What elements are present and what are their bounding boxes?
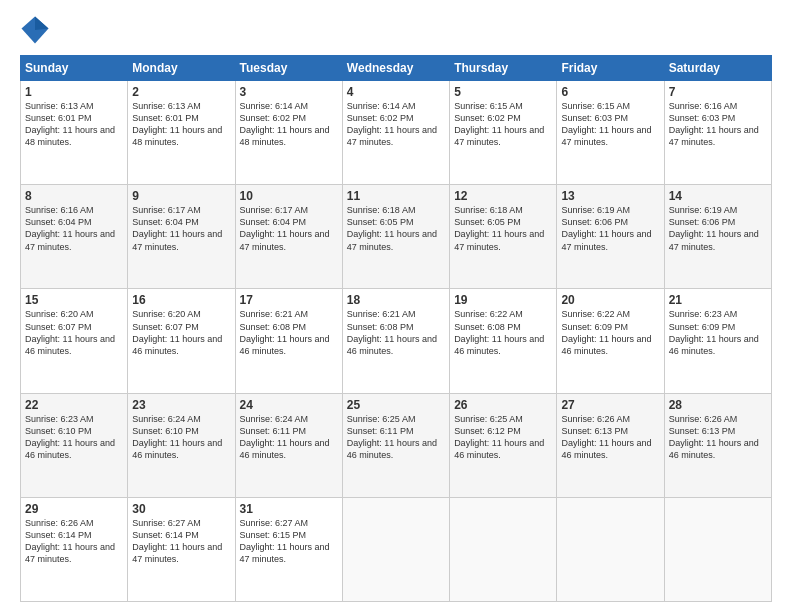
day-number: 30 [132,502,230,516]
day-number: 3 [240,85,338,99]
cell-info: Sunrise: 6:26 AMSunset: 6:14 PMDaylight:… [25,517,123,566]
day-number: 23 [132,398,230,412]
calendar-cell: 4Sunrise: 6:14 AMSunset: 6:02 PMDaylight… [342,81,449,185]
cell-info: Sunrise: 6:19 AMSunset: 6:06 PMDaylight:… [561,204,659,253]
calendar-table: SundayMondayTuesdayWednesdayThursdayFrid… [20,55,772,602]
calendar-cell: 28Sunrise: 6:26 AMSunset: 6:13 PMDayligh… [664,393,771,497]
day-number: 27 [561,398,659,412]
day-number: 10 [240,189,338,203]
day-number: 12 [454,189,552,203]
calendar-cell: 30Sunrise: 6:27 AMSunset: 6:14 PMDayligh… [128,497,235,601]
calendar-cell: 8Sunrise: 6:16 AMSunset: 6:04 PMDaylight… [21,185,128,289]
calendar-cell: 9Sunrise: 6:17 AMSunset: 6:04 PMDaylight… [128,185,235,289]
calendar-cell: 27Sunrise: 6:26 AMSunset: 6:13 PMDayligh… [557,393,664,497]
calendar-cell: 16Sunrise: 6:20 AMSunset: 6:07 PMDayligh… [128,289,235,393]
calendar-cell: 7Sunrise: 6:16 AMSunset: 6:03 PMDaylight… [664,81,771,185]
calendar-cell: 13Sunrise: 6:19 AMSunset: 6:06 PMDayligh… [557,185,664,289]
cell-info: Sunrise: 6:24 AMSunset: 6:10 PMDaylight:… [132,413,230,462]
calendar-day-header: Wednesday [342,56,449,81]
calendar-day-header: Saturday [664,56,771,81]
calendar-day-header: Friday [557,56,664,81]
day-number: 11 [347,189,445,203]
cell-info: Sunrise: 6:16 AMSunset: 6:03 PMDaylight:… [669,100,767,149]
cell-info: Sunrise: 6:23 AMSunset: 6:10 PMDaylight:… [25,413,123,462]
cell-info: Sunrise: 6:25 AMSunset: 6:11 PMDaylight:… [347,413,445,462]
day-number: 15 [25,293,123,307]
calendar-header-row: SundayMondayTuesdayWednesdayThursdayFrid… [21,56,772,81]
day-number: 14 [669,189,767,203]
cell-info: Sunrise: 6:20 AMSunset: 6:07 PMDaylight:… [25,308,123,357]
calendar-cell: 2Sunrise: 6:13 AMSunset: 6:01 PMDaylight… [128,81,235,185]
calendar-week-row: 1Sunrise: 6:13 AMSunset: 6:01 PMDaylight… [21,81,772,185]
cell-info: Sunrise: 6:16 AMSunset: 6:04 PMDaylight:… [25,204,123,253]
cell-info: Sunrise: 6:25 AMSunset: 6:12 PMDaylight:… [454,413,552,462]
cell-info: Sunrise: 6:18 AMSunset: 6:05 PMDaylight:… [347,204,445,253]
svg-marker-1 [35,17,49,31]
cell-info: Sunrise: 6:22 AMSunset: 6:08 PMDaylight:… [454,308,552,357]
logo-icon [20,15,50,45]
day-number: 6 [561,85,659,99]
day-number: 16 [132,293,230,307]
cell-info: Sunrise: 6:23 AMSunset: 6:09 PMDaylight:… [669,308,767,357]
calendar-cell: 18Sunrise: 6:21 AMSunset: 6:08 PMDayligh… [342,289,449,393]
cell-info: Sunrise: 6:17 AMSunset: 6:04 PMDaylight:… [132,204,230,253]
logo [20,15,54,45]
cell-info: Sunrise: 6:20 AMSunset: 6:07 PMDaylight:… [132,308,230,357]
cell-info: Sunrise: 6:17 AMSunset: 6:04 PMDaylight:… [240,204,338,253]
day-number: 28 [669,398,767,412]
calendar-cell: 19Sunrise: 6:22 AMSunset: 6:08 PMDayligh… [450,289,557,393]
calendar-cell [557,497,664,601]
day-number: 2 [132,85,230,99]
calendar-cell: 24Sunrise: 6:24 AMSunset: 6:11 PMDayligh… [235,393,342,497]
cell-info: Sunrise: 6:13 AMSunset: 6:01 PMDaylight:… [132,100,230,149]
day-number: 5 [454,85,552,99]
day-number: 19 [454,293,552,307]
calendar-cell: 6Sunrise: 6:15 AMSunset: 6:03 PMDaylight… [557,81,664,185]
day-number: 4 [347,85,445,99]
day-number: 1 [25,85,123,99]
calendar-day-header: Thursday [450,56,557,81]
calendar-week-row: 29Sunrise: 6:26 AMSunset: 6:14 PMDayligh… [21,497,772,601]
calendar-cell: 26Sunrise: 6:25 AMSunset: 6:12 PMDayligh… [450,393,557,497]
day-number: 18 [347,293,445,307]
cell-info: Sunrise: 6:27 AMSunset: 6:14 PMDaylight:… [132,517,230,566]
calendar-cell: 11Sunrise: 6:18 AMSunset: 6:05 PMDayligh… [342,185,449,289]
day-number: 17 [240,293,338,307]
day-number: 13 [561,189,659,203]
calendar-day-header: Monday [128,56,235,81]
calendar-week-row: 22Sunrise: 6:23 AMSunset: 6:10 PMDayligh… [21,393,772,497]
calendar-cell [450,497,557,601]
cell-info: Sunrise: 6:26 AMSunset: 6:13 PMDaylight:… [561,413,659,462]
cell-info: Sunrise: 6:15 AMSunset: 6:02 PMDaylight:… [454,100,552,149]
calendar-cell: 14Sunrise: 6:19 AMSunset: 6:06 PMDayligh… [664,185,771,289]
calendar-cell: 10Sunrise: 6:17 AMSunset: 6:04 PMDayligh… [235,185,342,289]
cell-info: Sunrise: 6:24 AMSunset: 6:11 PMDaylight:… [240,413,338,462]
calendar-cell: 12Sunrise: 6:18 AMSunset: 6:05 PMDayligh… [450,185,557,289]
cell-info: Sunrise: 6:26 AMSunset: 6:13 PMDaylight:… [669,413,767,462]
cell-info: Sunrise: 6:21 AMSunset: 6:08 PMDaylight:… [347,308,445,357]
header [20,15,772,45]
cell-info: Sunrise: 6:15 AMSunset: 6:03 PMDaylight:… [561,100,659,149]
calendar-cell [664,497,771,601]
day-number: 7 [669,85,767,99]
calendar-cell: 21Sunrise: 6:23 AMSunset: 6:09 PMDayligh… [664,289,771,393]
day-number: 26 [454,398,552,412]
calendar-cell: 1Sunrise: 6:13 AMSunset: 6:01 PMDaylight… [21,81,128,185]
page: SundayMondayTuesdayWednesdayThursdayFrid… [0,0,792,612]
cell-info: Sunrise: 6:19 AMSunset: 6:06 PMDaylight:… [669,204,767,253]
calendar-week-row: 8Sunrise: 6:16 AMSunset: 6:04 PMDaylight… [21,185,772,289]
calendar-cell: 25Sunrise: 6:25 AMSunset: 6:11 PMDayligh… [342,393,449,497]
cell-info: Sunrise: 6:14 AMSunset: 6:02 PMDaylight:… [347,100,445,149]
calendar-day-header: Sunday [21,56,128,81]
calendar-day-header: Tuesday [235,56,342,81]
day-number: 24 [240,398,338,412]
calendar-cell: 15Sunrise: 6:20 AMSunset: 6:07 PMDayligh… [21,289,128,393]
calendar-cell: 5Sunrise: 6:15 AMSunset: 6:02 PMDaylight… [450,81,557,185]
cell-info: Sunrise: 6:22 AMSunset: 6:09 PMDaylight:… [561,308,659,357]
cell-info: Sunrise: 6:13 AMSunset: 6:01 PMDaylight:… [25,100,123,149]
cell-info: Sunrise: 6:21 AMSunset: 6:08 PMDaylight:… [240,308,338,357]
cell-info: Sunrise: 6:14 AMSunset: 6:02 PMDaylight:… [240,100,338,149]
calendar-cell: 23Sunrise: 6:24 AMSunset: 6:10 PMDayligh… [128,393,235,497]
day-number: 25 [347,398,445,412]
calendar-cell: 22Sunrise: 6:23 AMSunset: 6:10 PMDayligh… [21,393,128,497]
